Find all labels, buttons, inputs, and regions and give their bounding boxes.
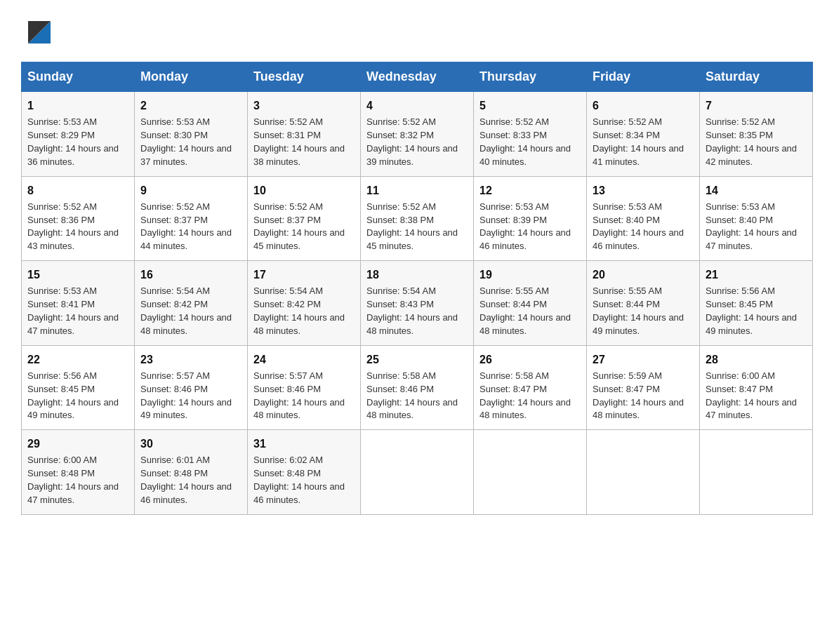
- calendar-cell: 30 Sunrise: 6:01 AMSunset: 8:48 PMDaylig…: [135, 430, 248, 515]
- week-row-2: 8 Sunrise: 5:52 AMSunset: 8:36 PMDayligh…: [22, 176, 813, 261]
- day-info: Sunrise: 5:53 AMSunset: 8:29 PMDaylight:…: [27, 116, 119, 167]
- day-info: Sunrise: 6:00 AMSunset: 8:47 PMDaylight:…: [706, 370, 797, 421]
- day-number: 9: [140, 182, 241, 199]
- day-number: 23: [140, 351, 241, 368]
- calendar-cell: 8 Sunrise: 5:52 AMSunset: 8:36 PMDayligh…: [22, 176, 135, 261]
- calendar-cell: 20 Sunrise: 5:55 AMSunset: 8:44 PMDaylig…: [587, 261, 700, 346]
- calendar-cell: 27 Sunrise: 5:59 AMSunset: 8:47 PMDaylig…: [587, 345, 700, 430]
- calendar-cell: 19 Sunrise: 5:55 AMSunset: 8:44 PMDaylig…: [474, 261, 587, 346]
- calendar-body: 1 Sunrise: 5:53 AMSunset: 8:29 PMDayligh…: [22, 92, 813, 515]
- day-number: 5: [479, 98, 581, 114]
- day-info: Sunrise: 5:52 AMSunset: 8:32 PMDaylight:…: [366, 116, 458, 167]
- calendar-cell: 14 Sunrise: 5:53 AMSunset: 8:40 PMDaylig…: [700, 176, 813, 261]
- calendar-cell: 22 Sunrise: 5:56 AMSunset: 8:45 PMDaylig…: [22, 345, 135, 430]
- day-number: 4: [366, 98, 468, 114]
- day-info: Sunrise: 5:57 AMSunset: 8:46 PMDaylight:…: [140, 370, 232, 421]
- calendar-cell: 10 Sunrise: 5:52 AMSunset: 8:37 PMDaylig…: [248, 176, 361, 261]
- calendar-cell: 28 Sunrise: 6:00 AMSunset: 8:47 PMDaylig…: [700, 345, 813, 430]
- calendar-cell: 1 Sunrise: 5:53 AMSunset: 8:29 PMDayligh…: [22, 92, 135, 177]
- day-number: 1: [27, 98, 128, 114]
- logo: [21, 14, 60, 51]
- calendar-cell: 11 Sunrise: 5:52 AMSunset: 8:38 PMDaylig…: [361, 176, 474, 261]
- day-info: Sunrise: 5:54 AMSunset: 8:42 PMDaylight:…: [140, 286, 232, 336]
- calendar-cell: 25 Sunrise: 5:58 AMSunset: 8:46 PMDaylig…: [361, 345, 474, 430]
- day-info: Sunrise: 5:54 AMSunset: 8:43 PMDaylight:…: [366, 286, 458, 336]
- weekday-sunday: Sunday: [22, 62, 135, 92]
- day-number: 15: [27, 267, 128, 283]
- logo-icon: [21, 14, 58, 51]
- day-info: Sunrise: 5:52 AMSunset: 8:37 PMDaylight:…: [253, 201, 345, 252]
- weekday-thursday: Thursday: [474, 62, 587, 92]
- day-info: Sunrise: 5:56 AMSunset: 8:45 PMDaylight:…: [27, 370, 119, 421]
- weekday-header-row: SundayMondayTuesdayWednesdayThursdayFrid…: [22, 62, 813, 92]
- day-info: Sunrise: 5:57 AMSunset: 8:46 PMDaylight:…: [253, 370, 345, 421]
- day-info: Sunrise: 5:53 AMSunset: 8:39 PMDaylight:…: [479, 201, 571, 252]
- day-number: 7: [706, 98, 807, 114]
- calendar-cell: 15 Sunrise: 5:53 AMSunset: 8:41 PMDaylig…: [22, 261, 135, 346]
- day-info: Sunrise: 5:54 AMSunset: 8:42 PMDaylight:…: [253, 286, 345, 336]
- day-info: Sunrise: 5:53 AMSunset: 8:41 PMDaylight:…: [27, 286, 119, 336]
- calendar-cell: 6 Sunrise: 5:52 AMSunset: 8:34 PMDayligh…: [587, 92, 700, 177]
- calendar-cell: [700, 430, 813, 515]
- calendar-cell: 2 Sunrise: 5:53 AMSunset: 8:30 PMDayligh…: [135, 92, 248, 177]
- week-row-4: 22 Sunrise: 5:56 AMSunset: 8:45 PMDaylig…: [22, 345, 813, 430]
- calendar-cell: 26 Sunrise: 5:58 AMSunset: 8:47 PMDaylig…: [474, 345, 587, 430]
- day-info: Sunrise: 5:52 AMSunset: 8:35 PMDaylight:…: [706, 116, 797, 167]
- day-info: Sunrise: 6:02 AMSunset: 8:48 PMDaylight:…: [253, 455, 345, 505]
- day-info: Sunrise: 5:52 AMSunset: 8:31 PMDaylight:…: [253, 116, 345, 167]
- day-info: Sunrise: 5:55 AMSunset: 8:44 PMDaylight:…: [479, 286, 571, 336]
- day-number: 2: [140, 98, 241, 114]
- day-number: 13: [593, 182, 694, 199]
- day-info: Sunrise: 5:53 AMSunset: 8:40 PMDaylight:…: [706, 201, 797, 252]
- calendar-cell: 13 Sunrise: 5:53 AMSunset: 8:40 PMDaylig…: [587, 176, 700, 261]
- calendar-cell: 9 Sunrise: 5:52 AMSunset: 8:37 PMDayligh…: [135, 176, 248, 261]
- day-number: 16: [140, 267, 241, 283]
- weekday-monday: Monday: [135, 62, 248, 92]
- day-number: 26: [479, 351, 581, 368]
- calendar-cell: 17 Sunrise: 5:54 AMSunset: 8:42 PMDaylig…: [248, 261, 361, 346]
- calendar-cell: 5 Sunrise: 5:52 AMSunset: 8:33 PMDayligh…: [474, 92, 587, 177]
- calendar-cell: 4 Sunrise: 5:52 AMSunset: 8:32 PMDayligh…: [361, 92, 474, 177]
- calendar-cell: [587, 430, 700, 515]
- day-number: 14: [706, 182, 807, 199]
- day-number: 17: [253, 267, 355, 283]
- calendar-table: SundayMondayTuesdayWednesdayThursdayFrid…: [21, 62, 813, 515]
- calendar-cell: 29 Sunrise: 6:00 AMSunset: 8:48 PMDaylig…: [22, 430, 135, 515]
- day-number: 24: [253, 351, 355, 368]
- day-info: Sunrise: 5:53 AMSunset: 8:30 PMDaylight:…: [140, 116, 232, 167]
- day-number: 3: [253, 98, 355, 114]
- day-info: Sunrise: 6:00 AMSunset: 8:48 PMDaylight:…: [27, 455, 119, 505]
- day-number: 6: [593, 98, 694, 114]
- weekday-saturday: Saturday: [700, 62, 813, 92]
- weekday-wednesday: Wednesday: [361, 62, 474, 92]
- day-number: 31: [253, 436, 355, 452]
- day-info: Sunrise: 5:58 AMSunset: 8:46 PMDaylight:…: [366, 370, 458, 421]
- calendar-cell: 3 Sunrise: 5:52 AMSunset: 8:31 PMDayligh…: [248, 92, 361, 177]
- calendar-cell: 31 Sunrise: 6:02 AMSunset: 8:48 PMDaylig…: [248, 430, 361, 515]
- calendar-cell: 18 Sunrise: 5:54 AMSunset: 8:43 PMDaylig…: [361, 261, 474, 346]
- weekday-tuesday: Tuesday: [248, 62, 361, 92]
- day-number: 19: [479, 267, 581, 283]
- calendar-cell: 21 Sunrise: 5:56 AMSunset: 8:45 PMDaylig…: [700, 261, 813, 346]
- day-info: Sunrise: 5:59 AMSunset: 8:47 PMDaylight:…: [593, 370, 684, 421]
- calendar-cell: [474, 430, 587, 515]
- calendar-cell: [361, 430, 474, 515]
- day-number: 29: [27, 436, 128, 452]
- day-number: 8: [27, 182, 128, 199]
- day-info: Sunrise: 5:52 AMSunset: 8:33 PMDaylight:…: [479, 116, 571, 167]
- calendar-cell: 23 Sunrise: 5:57 AMSunset: 8:46 PMDaylig…: [135, 345, 248, 430]
- day-number: 11: [366, 182, 468, 199]
- day-number: 21: [706, 267, 807, 283]
- week-row-5: 29 Sunrise: 6:00 AMSunset: 8:48 PMDaylig…: [22, 430, 813, 515]
- page-header: [21, 14, 813, 51]
- day-info: Sunrise: 5:52 AMSunset: 8:37 PMDaylight:…: [140, 201, 232, 252]
- day-info: Sunrise: 5:53 AMSunset: 8:40 PMDaylight:…: [593, 201, 684, 252]
- day-number: 12: [479, 182, 581, 199]
- weekday-friday: Friday: [587, 62, 700, 92]
- day-number: 27: [593, 351, 694, 368]
- day-number: 18: [366, 267, 468, 283]
- calendar-header: SundayMondayTuesdayWednesdayThursdayFrid…: [22, 62, 813, 92]
- calendar-cell: 12 Sunrise: 5:53 AMSunset: 8:39 PMDaylig…: [474, 176, 587, 261]
- day-number: 10: [253, 182, 355, 199]
- day-info: Sunrise: 6:01 AMSunset: 8:48 PMDaylight:…: [140, 455, 232, 505]
